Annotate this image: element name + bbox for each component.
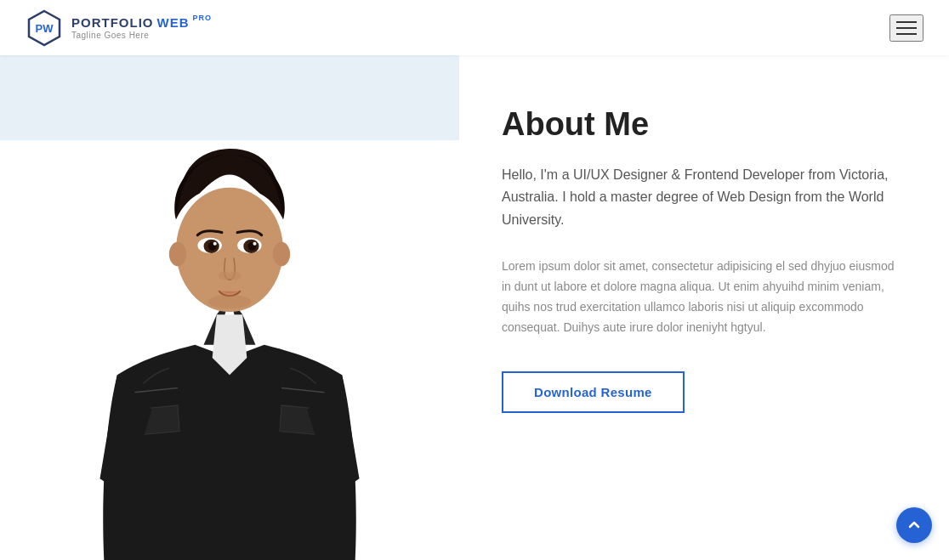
download-resume-button[interactable]: Download Resume bbox=[502, 371, 685, 413]
logo-area: PW PORTFOLIO WEB PRO Tagline Goes Here bbox=[26, 9, 212, 47]
person-figure bbox=[60, 47, 400, 560]
about-lorem-text: Lorem ipsum dolor sit amet, consectetur … bbox=[502, 257, 906, 337]
person-section bbox=[0, 55, 459, 560]
logo-pro-badge: PRO bbox=[193, 14, 213, 22]
svg-point-21 bbox=[253, 242, 256, 246]
hamburger-line-1 bbox=[896, 21, 917, 23]
main-content: About Me Hello, I'm a UI/UX Designer & F… bbox=[0, 55, 949, 560]
svg-point-24 bbox=[208, 295, 252, 308]
svg-text:PW: PW bbox=[36, 22, 54, 35]
about-title: About Me bbox=[502, 106, 906, 143]
logo-title: PORTFOLIO WEB PRO bbox=[71, 16, 212, 29]
about-section: About Me Hello, I'm a UI/UX Designer & F… bbox=[459, 55, 949, 560]
chevron-up-icon bbox=[907, 518, 921, 532]
logo-portfolio-text: PORTFOLIO bbox=[71, 16, 154, 29]
header: PW PORTFOLIO WEB PRO Tagline Goes Here bbox=[0, 0, 949, 55]
scroll-to-top-button[interactable] bbox=[896, 507, 932, 543]
hamburger-line-2 bbox=[896, 27, 917, 29]
svg-point-23 bbox=[229, 271, 241, 280]
logo-icon: PW bbox=[26, 9, 63, 47]
logo-web-text: WEB bbox=[157, 16, 190, 29]
hamburger-menu-button[interactable] bbox=[889, 14, 923, 42]
about-intro-text: Hello, I'm a UI/UX Designer & Frontend D… bbox=[502, 164, 906, 231]
logo-tagline: Tagline Goes Here bbox=[71, 31, 212, 40]
hamburger-line-3 bbox=[896, 33, 917, 35]
svg-point-22 bbox=[219, 271, 230, 280]
logo-text-block: PORTFOLIO WEB PRO Tagline Goes Here bbox=[71, 16, 212, 40]
svg-point-20 bbox=[213, 242, 217, 246]
svg-point-12 bbox=[169, 242, 186, 266]
person-illustration bbox=[60, 47, 400, 560]
svg-point-13 bbox=[273, 242, 290, 266]
